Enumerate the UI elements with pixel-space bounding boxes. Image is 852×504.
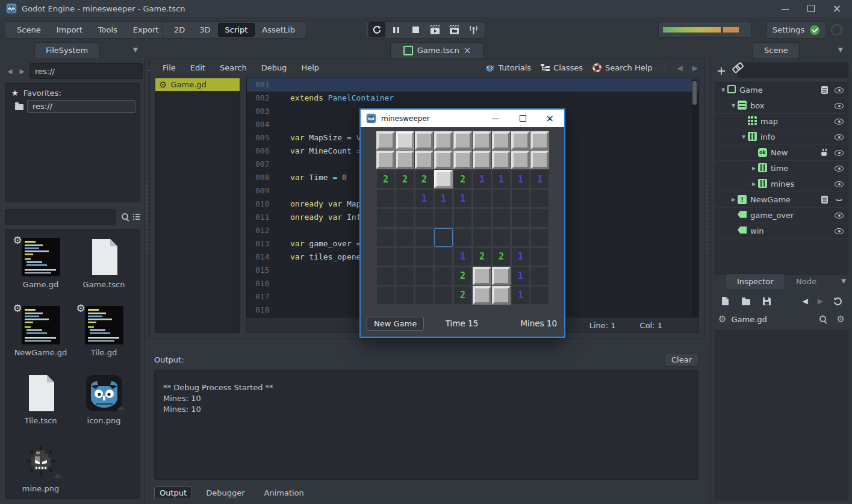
tile-r3c8[interactable]: 1 [511,170,530,188]
settings-button[interactable]: Settings [766,21,826,39]
tile-r1c8[interactable] [511,131,530,150]
tile-r3c3[interactable]: 2 [415,170,434,188]
tile-r4c4[interactable]: 1 [434,189,453,208]
instance-scene-icon[interactable] [730,67,735,74]
tile-r5c7[interactable] [492,208,511,227]
tile-r5c9[interactable] [530,208,549,227]
menu-import[interactable]: Import [49,25,90,34]
tile-r4c8[interactable] [511,189,530,208]
visibility-eye-icon[interactable] [834,179,844,189]
scene-node-newgame[interactable]: ▶!NewGame [715,192,848,208]
scene-node-box[interactable]: ▼box [715,98,848,114]
script-menu-debug[interactable]: Debug [255,63,294,72]
visibility-eye-icon[interactable] [834,148,844,158]
tile-r9c3[interactable] [415,286,434,305]
play-custom-scene-button[interactable] [446,22,462,37]
expander-icon[interactable]: ▶ [729,197,738,202]
tile-r4c5[interactable]: 1 [453,189,472,208]
window-maximize-button[interactable] [807,5,815,12]
tile-r7c9[interactable] [530,247,549,266]
tile-r5c4[interactable] [434,208,453,227]
tile-r7c1[interactable] [376,247,395,266]
mode-tab-2d[interactable]: 2D [167,23,192,37]
replay-button[interactable] [368,22,385,37]
signal-connection-icon[interactable] [820,149,828,157]
tile-r5c6[interactable] [473,208,491,227]
new-resource-icon[interactable] [721,296,730,306]
tile-r1c7[interactable] [492,131,511,150]
tile-r6c9[interactable] [530,228,549,247]
fs-search-icon[interactable] [121,213,128,221]
close-tab-icon[interactable]: × [464,45,471,56]
scene-node-map[interactable]: map [715,114,848,129]
edited-resource-row[interactable]: ⚙ Game.gd ⚙ [715,312,848,326]
tab-scene-dock[interactable]: Scene [753,42,800,58]
clear-button[interactable]: Clear [665,353,698,367]
menu-tools[interactable]: Tools [90,25,125,34]
stop-button[interactable] [407,22,424,37]
code-line-001[interactable]: 001 [247,78,698,92]
file-item-tile.tscn[interactable]: Tile.tscn [9,374,72,425]
window-minimize-button[interactable]: — [782,4,789,13]
tile-r2c6[interactable] [473,151,491,169]
tile-r7c4[interactable] [434,247,453,266]
tile-r8c1[interactable] [376,267,395,285]
window-close-button[interactable]: × [833,2,841,14]
visibility-eye-icon[interactable] [834,132,844,142]
scene-node-info[interactable]: ▼info [715,129,848,145]
pause-button[interactable] [388,22,405,37]
scene-node-win[interactable]: win [715,223,848,239]
fs-search-input[interactable] [5,209,116,225]
tile-r3c2[interactable]: 2 [396,170,414,188]
save-resource-icon[interactable] [762,297,771,306]
scene-node-mines[interactable]: ▶mines [715,176,848,192]
tab-node[interactable]: Node [785,273,828,289]
tile-r3c9[interactable]: 1 [530,170,549,188]
tile-r2c7[interactable] [492,151,511,169]
tile-r3c5[interactable]: 2 [453,170,472,188]
tile-r2c4[interactable] [434,151,453,169]
tile-r1c3[interactable] [415,131,434,150]
tile-r6c4[interactable] [434,228,453,247]
tile-r5c8[interactable] [511,208,530,227]
filesystem-dock-menu-icon[interactable]: ▼ [133,46,138,53]
tile-r4c1[interactable] [376,189,395,208]
inspector-tools-icon[interactable]: ⚙ [837,314,845,325]
mode-tab-assetlib[interactable]: AssetLib [255,23,302,37]
menu-scene[interactable]: Scene [9,25,49,34]
minesweeper-minimize-button[interactable]: — [492,114,500,123]
file-item-icon.png[interactable]: icon.png [72,374,135,425]
tile-r3c4[interactable] [434,170,453,188]
script-menu-search[interactable]: Search [213,63,253,72]
menu-export[interactable]: Export [125,25,167,34]
help-link-search-help[interactable]: Search Help [592,63,652,72]
tile-r2c8[interactable] [511,151,530,169]
tile-r1c5[interactable] [453,131,472,150]
visibility-hidden-icon[interactable] [834,195,844,205]
tile-r4c3[interactable]: 1 [415,189,434,208]
inspector-search-icon[interactable] [819,315,827,323]
tile-r2c5[interactable] [453,151,472,169]
visibility-eye-icon[interactable] [834,101,844,111]
scene-node-game[interactable]: ▼Game [715,82,848,98]
script-attached-icon[interactable] [821,86,828,94]
code-scrollbar[interactable] [692,79,697,320]
tab-filesystem[interactable]: FileSystem [34,42,99,58]
tile-r9c2[interactable] [396,286,414,305]
tile-r1c2[interactable] [396,131,414,150]
file-item-newgame.gd[interactable]: ⚙NewGame.gd [9,306,72,357]
tile-r9c8[interactable]: 1 [511,286,530,305]
tab-game-tscn[interactable]: Game.tscn × [390,42,484,58]
script-menu-file[interactable]: File [156,63,182,72]
fs-path-input[interactable] [30,63,143,79]
tile-r8c3[interactable] [415,267,434,285]
new-game-button[interactable]: New Game [367,317,424,331]
minesweeper-window[interactable]: minesweeper — × 2222111111112212121 New … [360,109,565,337]
bottom-tab-output[interactable]: Output [154,487,192,499]
tile-r7c2[interactable] [396,247,414,266]
tile-r1c9[interactable] [530,131,549,150]
load-resource-icon[interactable] [742,299,750,305]
tile-r7c8[interactable]: 1 [511,247,530,266]
tile-r8c8[interactable]: 1 [511,267,530,285]
tile-r5c5[interactable] [453,208,472,227]
